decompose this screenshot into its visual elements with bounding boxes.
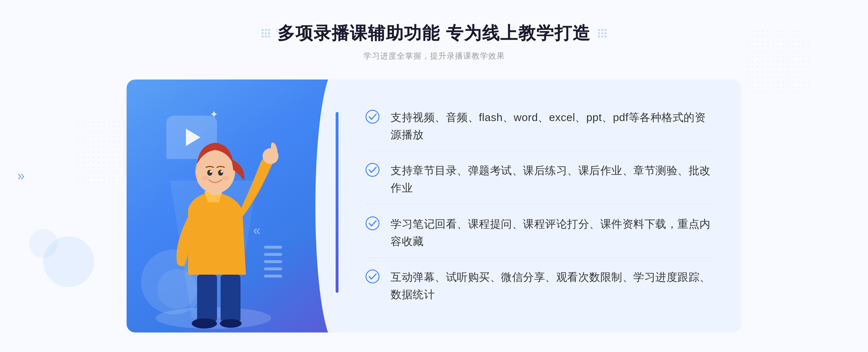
page-container: 多项录播课辅助功能 专为线上教学打造 学习进度全掌握，提升录播课教学效果 ✦	[0, 0, 868, 352]
deco-circle-bottom-left-2	[29, 229, 58, 258]
svg-point-24	[366, 110, 379, 123]
svg-text:«: «	[253, 223, 260, 238]
page-subtitle: 学习进度全掌握，提升录播课教学效果	[261, 51, 606, 61]
decorative-dots-right	[598, 29, 607, 38]
feature-text-4: 互动弹幕、试听购买、微信分享、观看次数限制、学习进度跟踪、数据统计	[391, 269, 712, 303]
svg-point-27	[366, 270, 379, 283]
svg-point-12	[192, 318, 217, 329]
features-panel: 支持视频、音频、flash、word、excel、ppt、pdf等各种格式的资源…	[336, 80, 741, 332]
check-circle-icon-4	[365, 269, 380, 284]
svg-rect-10	[197, 275, 217, 322]
check-circle-icon-1	[365, 110, 380, 124]
svg-point-18	[207, 170, 212, 176]
decorative-dots-left	[261, 29, 270, 38]
svg-rect-7	[264, 267, 282, 270]
feature-item-4: 互动弹幕、试听购买、微信分享、观看次数限制、学习进度跟踪、数据统计	[365, 261, 712, 310]
svg-point-21	[221, 171, 223, 173]
svg-rect-4	[264, 246, 282, 249]
svg-point-26	[366, 217, 379, 230]
svg-rect-6	[264, 260, 282, 263]
feature-item-3: 学习笔记回看、课程提问、课程评论打分、课件资料下载，重点内容收藏	[365, 208, 712, 258]
svg-rect-8	[264, 275, 282, 278]
svg-point-19	[218, 170, 223, 176]
feature-text-3: 学习笔记回看、课程提问、课程评论打分、课件资料下载，重点内容收藏	[391, 215, 712, 250]
svg-point-3	[157, 269, 197, 309]
blue-accent-bar	[336, 112, 339, 293]
svg-point-20	[210, 171, 212, 173]
header-section: 多项录播课辅助功能 专为线上教学打造 学习进度全掌握，提升录播课教学效果	[261, 0, 606, 61]
check-circle-icon-2	[365, 163, 380, 177]
svg-point-22	[202, 176, 209, 180]
svg-point-13	[220, 319, 242, 328]
left-arrow-decoration: »	[17, 168, 25, 184]
svg-rect-11	[221, 275, 241, 322]
content-wrapper: ✦ «	[127, 80, 741, 332]
illustration-panel: ✦ «	[127, 80, 336, 332]
title-row: 多项录播课辅助功能 专为线上教学打造	[261, 22, 606, 45]
check-circle-icon-3	[365, 216, 380, 231]
character-illustration: «	[141, 108, 300, 332]
feature-text-2: 支持章节目录、弹题考试、课后练习、课后作业、章节测验、批改作业	[391, 162, 712, 197]
feature-text-1: 支持视频、音频、flash、word、excel、ppt、pdf等各种格式的资源…	[391, 109, 712, 143]
page-title: 多项录播课辅助功能 专为线上教学打造	[277, 22, 590, 45]
dots-pattern-right	[745, 29, 810, 94]
feature-item-2: 支持章节目录、弹题考试、课后练习、课后作业、章节测验、批改作业	[365, 155, 712, 204]
svg-point-23	[221, 176, 229, 180]
svg-point-25	[366, 163, 379, 176]
feature-item-1: 支持视频、音频、flash、word、excel、ppt、pdf等各种格式的资源…	[365, 102, 712, 151]
svg-rect-5	[264, 253, 282, 256]
